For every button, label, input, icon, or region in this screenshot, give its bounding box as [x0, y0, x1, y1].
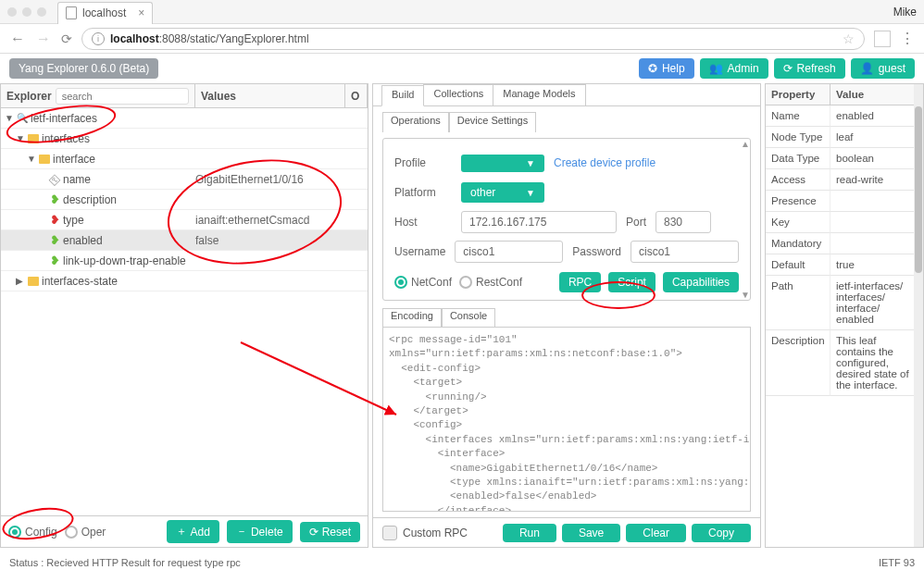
- custom-rpc-checkbox[interactable]: [382, 526, 397, 540]
- prop-name: Path: [766, 276, 830, 330]
- tree-label: type: [63, 214, 84, 227]
- reset-button[interactable]: ⟳ Reset: [300, 522, 360, 542]
- op-heading: O: [345, 84, 368, 107]
- prop-value: enabled: [830, 105, 923, 127]
- browser-tab[interactable]: localhost ×: [57, 2, 153, 24]
- host-label: Host: [394, 216, 452, 229]
- tab-console[interactable]: Console: [442, 308, 495, 327]
- info-icon[interactable]: i: [92, 32, 105, 45]
- expander-icon[interactable]: ▼: [5, 113, 14, 123]
- values-heading: Values: [195, 84, 345, 107]
- leaf-icon: ❥: [50, 254, 60, 267]
- admin-button[interactable]: 👥Admin: [700, 58, 768, 79]
- tab-title: localhost: [82, 6, 126, 19]
- prop-name: Node Type: [766, 127, 830, 148]
- tab-device-settings[interactable]: Device Settings: [449, 112, 536, 132]
- prop-value: leaf: [830, 127, 923, 148]
- device-form: ▲▼ Profile ▼ Create device profile Platf…: [382, 138, 751, 301]
- status-text: Status : Recieved HTTP Result for reques…: [9, 557, 241, 568]
- tab-encoding[interactable]: Encoding: [382, 308, 442, 327]
- address-bar[interactable]: i localhost:8088/static/YangExplorer.htm…: [81, 28, 865, 50]
- extension-icon[interactable]: [874, 31, 891, 47]
- restconf-radio[interactable]: RestConf: [459, 276, 522, 289]
- tree-label: name: [63, 173, 91, 186]
- forward-icon: →: [35, 31, 52, 47]
- bookmark-icon[interactable]: ☆: [843, 31, 855, 46]
- prop-value: boolean: [830, 148, 923, 169]
- tab-operations[interactable]: Operations: [382, 112, 449, 132]
- tab-manage[interactable]: Manage Models: [493, 84, 585, 105]
- close-icon[interactable]: ×: [138, 6, 144, 19]
- build-panel: Build Collections Manage Models Operatio…: [372, 83, 761, 548]
- password-input[interactable]: [631, 241, 739, 263]
- password-label: Password: [572, 245, 621, 258]
- config-radio[interactable]: Config: [8, 526, 57, 539]
- netconf-radio[interactable]: NetConf: [394, 276, 452, 289]
- tree-label: interfaces-state: [42, 275, 118, 288]
- tree-row-name[interactable]: ⚿ nameGigabitEthernet1/0/16: [1, 169, 368, 190]
- expander-icon[interactable]: ▶: [16, 276, 25, 286]
- properties-panel: Property Value NameenabledNode TypeleafD…: [765, 83, 924, 548]
- chevron-down-icon: ▼: [526, 158, 535, 168]
- tree-row-interface[interactable]: ▼ interface: [1, 149, 368, 169]
- guest-button[interactable]: 👤guest: [851, 58, 915, 79]
- explorer-tree: ▼🔍 ietf-interfaces▼ interfaces▼ interfac…: [1, 108, 368, 515]
- expander-icon[interactable]: ▼: [27, 154, 36, 164]
- help-button[interactable]: ✪Help: [639, 58, 694, 79]
- port-input[interactable]: [656, 211, 711, 233]
- build-footer: Custom RPC Run Save Clear Copy: [373, 517, 760, 547]
- prop-name: Description: [766, 330, 830, 396]
- username-input[interactable]: [455, 241, 563, 263]
- prop-name: Name: [766, 105, 830, 127]
- tree-row-type[interactable]: ❥ typeianaift:ethernetCsmacd: [1, 210, 368, 230]
- explorer-heading: Explorer: [6, 90, 52, 103]
- search-input[interactable]: [56, 88, 189, 105]
- prop-name: Access: [766, 169, 830, 191]
- tab-collections[interactable]: Collections: [423, 84, 493, 105]
- tree-row-link-up-down-trap-enable[interactable]: ❥ link-up-down-trap-enable: [1, 251, 368, 271]
- back-icon[interactable]: ←: [9, 31, 26, 47]
- refresh-button[interactable]: ⟳Refresh: [774, 58, 845, 79]
- oper-radio[interactable]: Oper: [65, 526, 106, 539]
- chevron-down-icon: ▼: [526, 188, 535, 198]
- tree-row-enabled[interactable]: ❥ enabledfalse: [1, 230, 368, 251]
- tree-value[interactable]: ianaift:ethernetCsmacd: [195, 214, 364, 227]
- folder-icon: [28, 277, 39, 286]
- host-input[interactable]: [461, 211, 617, 233]
- help-icon: ✪: [648, 62, 657, 75]
- script-button[interactable]: Script: [608, 272, 656, 292]
- tree-row-description[interactable]: ❥ description: [1, 190, 368, 210]
- prop-value: [830, 233, 923, 254]
- explorer-footer: Config Oper ＋ Add － Delete ⟳ Reset: [1, 515, 368, 547]
- delete-button[interactable]: － Delete: [227, 520, 293, 543]
- profile-select[interactable]: ▼: [461, 155, 544, 172]
- tree-row-interfaces-state[interactable]: ▶ interfaces-state: [1, 271, 368, 291]
- tab-build[interactable]: Build: [381, 85, 424, 106]
- capabilities-button[interactable]: Capabilities: [663, 272, 739, 292]
- expander-icon[interactable]: ▼: [16, 133, 25, 143]
- tree-label: interfaces: [42, 132, 90, 145]
- scrollbar[interactable]: [914, 84, 923, 547]
- tree-row-interfaces[interactable]: ▼ interfaces: [1, 129, 368, 149]
- reload-icon[interactable]: ⟳: [61, 31, 72, 46]
- rpc-button[interactable]: RPC: [559, 272, 601, 292]
- clear-button[interactable]: Clear: [626, 524, 686, 542]
- menu-icon[interactable]: ⋮: [900, 30, 915, 47]
- sub-tabs: Operations Device Settings: [382, 112, 751, 132]
- app-title: Yang Explorer 0.6.0 (Beta): [9, 58, 158, 79]
- tree-value[interactable]: false: [195, 234, 364, 247]
- tree-row-ietf-interfaces[interactable]: ▼🔍 ietf-interfaces: [1, 108, 368, 129]
- xml-output[interactable]: <rpc message-id="101" xmlns="urn:ietf:pa…: [382, 327, 751, 512]
- tree-label: enabled: [63, 234, 103, 247]
- create-profile-link[interactable]: Create device profile: [554, 156, 656, 169]
- explorer-panel: Explorer Values O ▼🔍 ietf-interfaces▼ in…: [0, 83, 368, 548]
- run-button[interactable]: Run: [503, 524, 556, 542]
- prop-name: Default: [766, 254, 830, 276]
- tree-value[interactable]: GigabitEthernet1/0/16: [195, 173, 364, 186]
- platform-select[interactable]: other▼: [461, 182, 544, 203]
- browser-user: Mike: [893, 6, 917, 19]
- save-button[interactable]: Save: [562, 524, 620, 542]
- admin-icon: 👥: [709, 62, 723, 75]
- add-button[interactable]: ＋ Add: [167, 520, 219, 543]
- copy-button[interactable]: Copy: [692, 524, 751, 542]
